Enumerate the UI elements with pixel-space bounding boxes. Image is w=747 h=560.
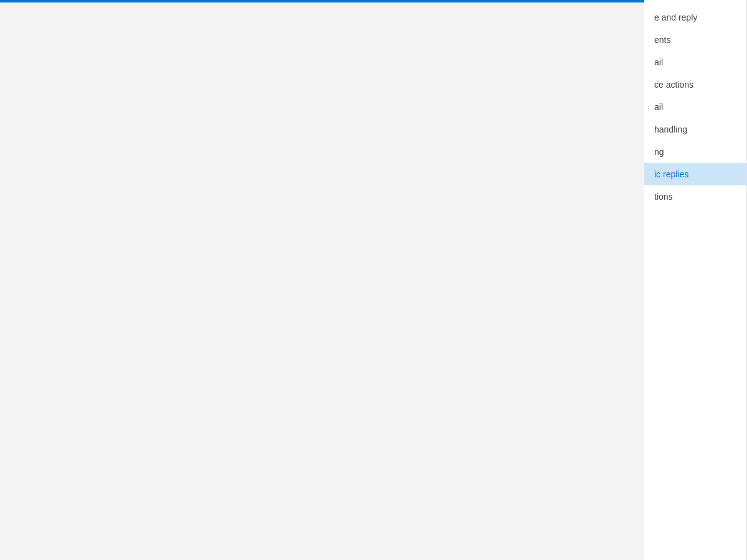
sidebar: e and reply ents ail ce actions ail hand… xyxy=(644,0,747,560)
sidebar-item-actions[interactable]: ce actions xyxy=(644,73,746,96)
sidebar-item-automatic-replies[interactable]: ic replies xyxy=(644,163,746,185)
sidebar-item-mail[interactable]: ail xyxy=(644,51,746,73)
top-accent-bar xyxy=(0,0,644,2)
sidebar-item-mail2[interactable]: ail xyxy=(644,96,746,118)
sidebar-item-ng[interactable]: ng xyxy=(644,141,746,163)
sidebar-item-events[interactable]: ents xyxy=(644,29,746,51)
sidebar-item-tions[interactable]: tions xyxy=(644,185,746,208)
sidebar-item-handling[interactable]: handling xyxy=(644,118,746,141)
sidebar-item-and-reply[interactable]: e and reply xyxy=(644,6,746,29)
